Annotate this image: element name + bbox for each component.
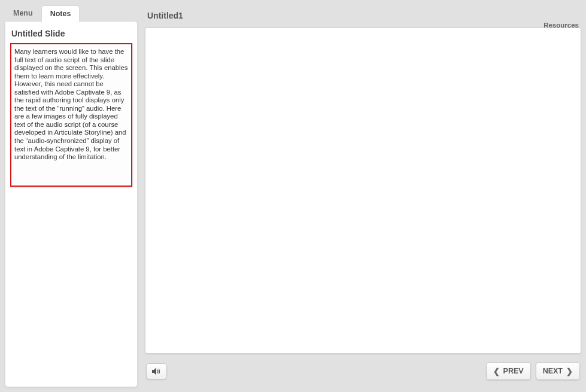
tab-notes-label: Notes [50,10,71,18]
main-area: Untitled1 Resources ❮ PREV [145,5,581,387]
page-title: Untitled1 [147,11,183,20]
player-controls: ❮ PREV NEXT ❯ [145,362,581,380]
app-root: Menu Notes Untitled Slide Many learners … [0,0,586,392]
main-header: Untitled1 Resources [145,5,581,22]
next-label: NEXT [543,367,563,375]
volume-icon [152,367,161,375]
resources-link[interactable]: Resources [544,22,579,29]
tab-menu[interactable]: Menu [5,5,41,22]
tab-notes[interactable]: Notes [41,5,80,22]
tab-menu-label: Menu [13,9,33,17]
slide-title: Untitled Slide [10,26,132,43]
prev-label: PREV [503,367,524,375]
sidebar-panel: Untitled Slide Many learners would like … [5,21,138,387]
nav-buttons: ❮ PREV NEXT ❯ [486,362,580,380]
resources-label: Resources [544,22,579,29]
prev-button[interactable]: ❮ PREV [486,362,531,380]
sidebar-tabs: Menu Notes [5,5,138,22]
notes-text-box: Many learners would like to have the ful… [10,43,132,187]
chevron-left-icon: ❮ [493,367,500,375]
next-button[interactable]: NEXT ❯ [536,362,580,380]
chevron-right-icon: ❯ [566,367,573,375]
audio-button[interactable] [146,363,167,379]
sidebar: Menu Notes Untitled Slide Many learners … [5,5,138,387]
slide-stage [145,28,581,354]
